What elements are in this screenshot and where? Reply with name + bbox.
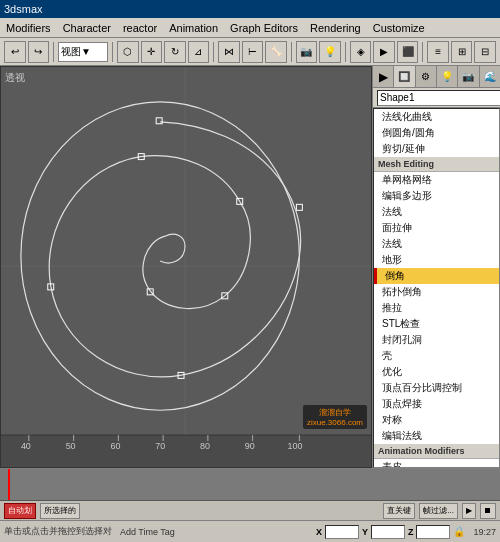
modifier-list[interactable]: 法线化曲线 倒圆角/圆角 剪切/延伸 Mesh Editing 单网格网络 编辑… bbox=[373, 108, 500, 468]
title-bar: 3dsmax bbox=[0, 0, 500, 18]
y-input[interactable] bbox=[371, 525, 405, 539]
svg-text:70: 70 bbox=[155, 441, 165, 451]
menu-customize[interactable]: Customize bbox=[367, 20, 431, 36]
rp-tab-1[interactable]: 🔲 bbox=[394, 66, 415, 87]
watermark-line1: 溜溜自学 bbox=[307, 407, 363, 418]
undo-btn[interactable]: ↩ bbox=[4, 41, 26, 63]
modifier-item[interactable]: 剪切/延伸 bbox=[374, 141, 499, 157]
svg-text:50: 50 bbox=[66, 441, 76, 451]
watermark-line2: zixue.3066.com bbox=[307, 418, 363, 427]
add-time-tag[interactable]: Add Time Tag bbox=[120, 527, 175, 537]
sep5 bbox=[345, 42, 346, 62]
move-btn[interactable]: ✛ bbox=[141, 41, 163, 63]
modifier-name-bar bbox=[373, 88, 500, 108]
frame-label-btn[interactable]: 帧过滤... bbox=[419, 503, 458, 519]
modifier-item[interactable]: 编辑法线 bbox=[374, 428, 499, 444]
modifier-item-selected[interactable]: 倒角 bbox=[374, 268, 499, 284]
modifier-item[interactable]: 壳 bbox=[374, 348, 499, 364]
modifier-item[interactable]: 法线 bbox=[374, 236, 499, 252]
rp-tab-3[interactable]: 💡 bbox=[437, 66, 458, 87]
play-btn[interactable]: ▶ bbox=[462, 503, 476, 519]
svg-rect-16 bbox=[1, 435, 371, 467]
modifier-item[interactable]: 编辑多边形 bbox=[374, 188, 499, 204]
status-bar: 单击或点击并拖控到选择对 Add Time Tag X Y Z 🔒 19:27 bbox=[0, 520, 500, 542]
right-panel-tabs: ▶ 🔲 ⚙ 💡 📷 🌊 bbox=[373, 66, 500, 88]
timeline-track[interactable] bbox=[0, 469, 500, 501]
modifier-item[interactable]: 法线 bbox=[374, 204, 499, 220]
modifier-item[interactable]: STL检查 bbox=[374, 316, 499, 332]
timeline-controls: 自动划 所选择的 直关键 帧过滤... ▶ ⏹ bbox=[0, 501, 500, 520]
menu-character[interactable]: Character bbox=[57, 20, 117, 36]
rp-tab-4[interactable]: 📷 bbox=[458, 66, 479, 87]
x-label: X bbox=[316, 527, 322, 537]
section-header-animation: Animation Modifiers bbox=[374, 444, 499, 459]
sep4 bbox=[291, 42, 292, 62]
unlink-btn[interactable]: ⊢ bbox=[242, 41, 264, 63]
modifier-item[interactable]: 优化 bbox=[374, 364, 499, 380]
viewport-dropdown[interactable]: 视图▼ bbox=[58, 42, 108, 62]
modifier-item[interactable]: 对称 bbox=[374, 412, 499, 428]
right-panel: ▶ 🔲 ⚙ 💡 📷 🌊 法线化曲线 倒圆角/圆角 剪切/延伸 Mesh Edit… bbox=[372, 66, 500, 468]
svg-text:80: 80 bbox=[200, 441, 210, 451]
select-btn[interactable]: ⬡ bbox=[117, 41, 139, 63]
toolbar: ↩ ↪ 视图▼ ⬡ ✛ ↻ ⊿ ⋈ ⊢ 🦴 📷 💡 ◈ ▶ ⬛ ≡ ⊞ ⊟ bbox=[0, 38, 500, 66]
modifier-item[interactable]: 表皮 bbox=[374, 459, 499, 468]
modifier-item[interactable]: 地形 bbox=[374, 252, 499, 268]
svg-text:40: 40 bbox=[21, 441, 31, 451]
rp-tab-5[interactable]: 🌊 bbox=[480, 66, 500, 87]
modifier-item[interactable]: 单网格网络 bbox=[374, 172, 499, 188]
title-text: 3dsmax bbox=[4, 3, 43, 15]
menu-bar: Modifiers Character reactor Animation Gr… bbox=[0, 18, 500, 38]
extra1-btn[interactable]: ≡ bbox=[427, 41, 449, 63]
svg-text:90: 90 bbox=[245, 441, 255, 451]
material-btn[interactable]: ◈ bbox=[350, 41, 372, 63]
viewport-label: 透视 bbox=[5, 71, 25, 85]
modifier-item[interactable]: 法线化曲线 bbox=[374, 109, 499, 125]
modifier-item[interactable]: 倒圆角/圆角 bbox=[374, 125, 499, 141]
render-btn[interactable]: ▶ bbox=[373, 41, 395, 63]
auto-key-btn[interactable]: 自动划 bbox=[4, 503, 36, 519]
scale-btn[interactable]: ⊿ bbox=[188, 41, 210, 63]
rp-tab-0[interactable]: ▶ bbox=[373, 66, 394, 87]
rp-tab-2[interactable]: ⚙ bbox=[416, 66, 437, 87]
z-input[interactable] bbox=[416, 525, 450, 539]
z-label: Z bbox=[408, 527, 414, 537]
clock: 19:27 bbox=[473, 527, 496, 537]
center-label-btn[interactable]: 直关键 bbox=[383, 503, 415, 519]
menu-modifiers[interactable]: Modifiers bbox=[0, 20, 57, 36]
viewport[interactable]: 透视 bbox=[0, 66, 372, 468]
x-input[interactable] bbox=[325, 525, 359, 539]
extra2-btn[interactable]: ⊞ bbox=[451, 41, 473, 63]
coord-bar: X Y Z 🔒 bbox=[316, 525, 466, 539]
sep2 bbox=[112, 42, 113, 62]
modifier-item[interactable]: 面拉伸 bbox=[374, 220, 499, 236]
modifier-item[interactable]: 拓扑倒角 bbox=[374, 284, 499, 300]
watermark: 溜溜自学 zixue.3066.com bbox=[303, 405, 367, 429]
modifier-item[interactable]: 封闭孔洞 bbox=[374, 332, 499, 348]
extra3-btn[interactable]: ⊟ bbox=[474, 41, 496, 63]
link-btn[interactable]: ⋈ bbox=[218, 41, 240, 63]
modifier-item[interactable]: 顶点焊接 bbox=[374, 396, 499, 412]
menu-animation[interactable]: Animation bbox=[163, 20, 224, 36]
light-btn[interactable]: 💡 bbox=[319, 41, 341, 63]
status-text: 单击或点击并拖控到选择对 bbox=[4, 525, 112, 538]
redo-btn[interactable]: ↪ bbox=[28, 41, 50, 63]
camera-btn[interactable]: 📷 bbox=[296, 41, 318, 63]
menu-rendering[interactable]: Rendering bbox=[304, 20, 367, 36]
render2-btn[interactable]: ⬛ bbox=[397, 41, 419, 63]
stop-btn[interactable]: ⏹ bbox=[480, 503, 496, 519]
modifier-name-input[interactable] bbox=[377, 90, 500, 106]
sep1 bbox=[53, 42, 54, 62]
svg-text:100: 100 bbox=[287, 441, 302, 451]
menu-reactor[interactable]: reactor bbox=[117, 20, 163, 36]
svg-text:60: 60 bbox=[110, 441, 120, 451]
lock-icon[interactable]: 🔒 bbox=[453, 526, 465, 537]
timeline-area: 自动划 所选择的 直关键 帧过滤... ▶ ⏹ bbox=[0, 468, 500, 520]
modifier-item[interactable]: 推拉 bbox=[374, 300, 499, 316]
menu-graph-editors[interactable]: Graph Editors bbox=[224, 20, 304, 36]
modifier-item[interactable]: 顶点百分比调控制 bbox=[374, 380, 499, 396]
rotate-btn[interactable]: ↻ bbox=[164, 41, 186, 63]
sep6 bbox=[422, 42, 423, 62]
bone-btn[interactable]: 🦴 bbox=[265, 41, 287, 63]
selected-label-btn[interactable]: 所选择的 bbox=[40, 503, 80, 519]
